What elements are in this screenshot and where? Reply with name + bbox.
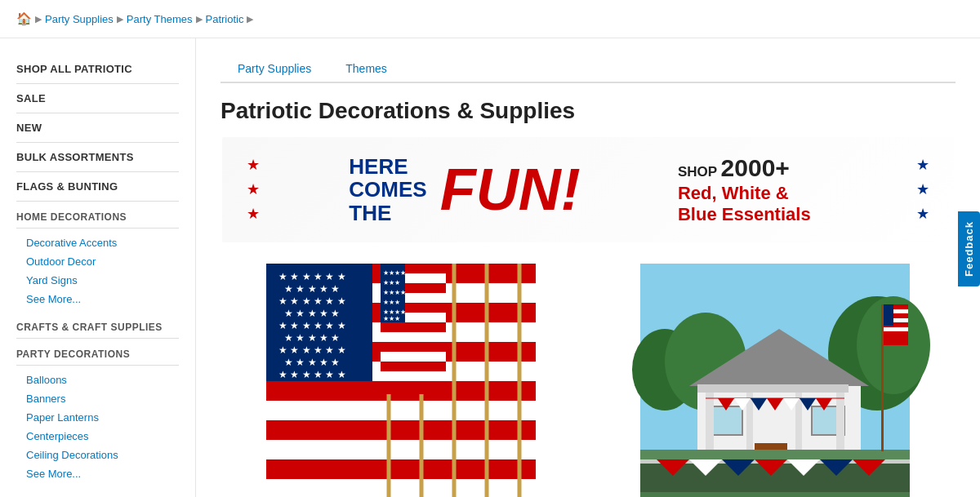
shop-label: SHOP 2000+ [678,153,811,183]
sidebar-item-outdoor-decor[interactable]: Outdoor Decor [26,252,179,271]
breadcrumb-sep-4: ▶ [247,14,253,24]
star-1: ★ [247,156,260,174]
sidebar-section-party-decorations: PARTY DECORATIONS [16,339,179,366]
sidebar-home-dec-items: Decorative Accents Outdoor Decor Yard Si… [16,229,179,312]
sidebar-section-home-decorations: HOME DECORATIONS [16,202,179,229]
svg-rect-40 [381,371,446,381]
svg-rect-74 [881,304,884,451]
hero-right-text: SHOP 2000+ Red, White &Blue Essentials [662,153,827,226]
svg-rect-9 [266,420,536,440]
star-2: ★ [247,180,260,198]
star-4: ★ [916,156,929,174]
sidebar-sale[interactable]: SALE [16,84,179,113]
svg-rect-57 [710,406,742,435]
svg-rect-79 [884,304,893,326]
page-title: Patriotic Decorations & Supplies [220,98,956,124]
svg-text:★ ★ ★ ★ ★: ★ ★ ★ ★ ★ [284,332,340,344]
sidebar-item-centerpieces[interactable]: Centerpieces [26,427,179,446]
svg-text:★★★★: ★★★★ [383,289,406,296]
here-comes-text: HERECOMESTHE [349,155,426,225]
svg-rect-63 [697,384,849,393]
svg-rect-88 [640,492,910,497]
sidebar-party-dec-items: Balloons Banners Paper Lanterns Centerpi… [16,366,179,486]
breadcrumb-sep-3: ▶ [196,14,203,24]
svg-rect-36 [381,332,446,342]
hero-left-stars: ★ ★ ★ [247,156,268,223]
svg-text:★ ★ ★ ★ ★ ★: ★ ★ ★ ★ ★ ★ [278,271,346,282]
product-img-home [595,264,956,497]
sidebar-item-ceiling-decorations[interactable]: Ceiling Decorations [26,446,179,464]
hero-text-group: HERECOMESTHE FUN! [349,155,580,225]
main-content: Party Supplies Themes Patriotic Decorati… [196,38,980,497]
svg-text:★ ★ ★ ★ ★ ★: ★ ★ ★ ★ ★ ★ [278,320,346,331]
sidebar: SHOP ALL PATRIOTIC SALE NEW BULK ASSORTM… [0,38,196,497]
sidebar-item-balloons[interactable]: Balloons [26,371,179,389]
breadcrumb-sep-1: ▶ [35,14,42,24]
sidebar-section-crafts: CRAFTS & CRAFT SUPPLIES [16,312,179,339]
flags-svg: ★ ★ ★ ★ ★ ★ ★ ★ ★ ★ ★ ★ ★ ★ ★ ★ ★ ★ ★ ★ … [220,264,581,497]
svg-text:★★★: ★★★ [383,315,400,322]
svg-rect-78 [884,327,908,331]
svg-rect-35 [381,322,446,332]
svg-text:★★★: ★★★ [383,279,400,286]
svg-text:★★★: ★★★ [383,299,400,306]
sidebar-flags[interactable]: FLAGS & BUNTING [16,172,179,202]
sidebar-bulk[interactable]: BULK ASSORTMENTS [16,143,179,172]
sidebar-item-decorative-accents[interactable]: Decorative Accents [26,233,179,252]
feedback-tab[interactable]: Feedback [958,211,980,286]
svg-text:★ ★ ★ ★ ★: ★ ★ ★ ★ ★ [284,308,340,319]
sidebar-item-banners[interactable]: Banners [26,389,179,408]
breadcrumb-party-supplies[interactable]: Party Supplies [45,13,114,25]
tab-themes[interactable]: Themes [328,55,404,82]
sidebar-new[interactable]: NEW [16,113,179,143]
fun-text: FUN! [440,160,581,219]
nav-tabs: Party Supplies Themes [220,55,956,83]
svg-rect-12 [266,479,536,497]
svg-text:★ ★ ★ ★ ★ ★: ★ ★ ★ ★ ★ ★ [278,369,346,380]
breadcrumb-party-themes[interactable]: Party Themes [127,13,193,25]
svg-rect-37 [381,342,446,352]
house-svg [595,264,956,497]
breadcrumb-sep-2: ▶ [117,14,123,24]
hero-banner: ★ ★ ★ HERECOMESTHE FUN! SHOP 2000+ Red, … [220,135,956,244]
home-icon[interactable]: 🏠 [16,11,32,26]
svg-text:★ ★ ★ ★ ★: ★ ★ ★ ★ ★ [284,357,340,368]
svg-text:★ ★ ★ ★ ★: ★ ★ ★ ★ ★ [284,283,340,295]
svg-text:★ ★ ★ ★ ★ ★: ★ ★ ★ ★ ★ ★ [278,344,346,356]
sidebar-shop-all[interactable]: SHOP ALL PATRIOTIC [16,55,179,84]
product-img-flags: ★ ★ ★ ★ ★ ★ ★ ★ ★ ★ ★ ★ ★ ★ ★ ★ ★ ★ ★ ★ … [220,264,581,497]
star-5: ★ [916,180,929,198]
svg-rect-8 [266,401,536,420]
svg-rect-39 [381,362,446,371]
svg-rect-41 [381,381,446,391]
svg-text:★ ★ ★ ★ ★ ★: ★ ★ ★ ★ ★ ★ [278,295,346,307]
svg-rect-11 [266,459,536,479]
product-card-home[interactable]: Patriotic Home Decorations [595,264,956,497]
sidebar-item-home-see-more[interactable]: See More... [26,290,179,308]
svg-rect-65 [640,450,910,459]
breadcrumb: 🏠 ▶ Party Supplies ▶ Party Themes ▶ Patr… [0,0,980,38]
svg-rect-10 [266,440,536,459]
product-grid: ★ ★ ★ ★ ★ ★ ★ ★ ★ ★ ★ ★ ★ ★ ★ ★ ★ ★ ★ ★ … [220,264,956,497]
star-6: ★ [916,205,929,223]
breadcrumb-patriotic[interactable]: Patriotic [206,13,244,25]
sidebar-item-yard-signs[interactable]: Yard Signs [26,271,179,290]
star-3: ★ [247,205,260,223]
page-layout: SHOP ALL PATRIOTIC SALE NEW BULK ASSORTM… [0,38,980,497]
product-card-flags[interactable]: ★ ★ ★ ★ ★ ★ ★ ★ ★ ★ ★ ★ ★ ★ ★ ★ ★ ★ ★ ★ … [220,264,581,497]
sidebar-item-paper-lanterns[interactable]: Paper Lanterns [26,408,179,427]
hero-right-stars: ★ ★ ★ [908,156,929,223]
tab-party-supplies[interactable]: Party Supplies [220,55,328,82]
svg-text:★★★★: ★★★★ [383,269,406,277]
sidebar-item-party-see-more[interactable]: See More... [26,464,179,483]
red-white-blue-text: Red, White &Blue Essentials [678,183,811,226]
svg-rect-38 [381,352,446,362]
